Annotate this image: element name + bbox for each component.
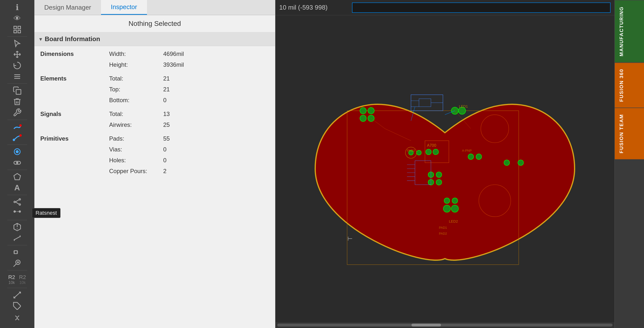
fusion-team-panel-btn[interactable]: FUSION TEAM xyxy=(615,108,644,159)
svg-line-19 xyxy=(15,200,19,202)
spacer-2 xyxy=(34,106,275,109)
ratsnest-icon xyxy=(13,209,22,217)
primitives-row-vias: Vias: 0 xyxy=(34,144,275,155)
svg-point-52 xyxy=(417,150,421,155)
svg-point-65 xyxy=(444,198,450,204)
view-tool[interactable]: 👁 xyxy=(5,14,30,24)
svg-point-10 xyxy=(20,135,21,136)
svg-point-14 xyxy=(16,161,18,164)
pcb-board[interactable]: A700 xyxy=(275,15,614,322)
select-icon xyxy=(13,39,22,48)
bottom-scrollbar[interactable] xyxy=(275,322,614,328)
main-area: 10 mil (-593 998) xyxy=(275,0,614,328)
r2-label-item: R2 10k xyxy=(6,273,17,286)
svg-point-12 xyxy=(16,150,19,153)
component-tool[interactable] xyxy=(5,247,30,257)
r2b-main: R2 xyxy=(19,274,26,280)
width-value: 4696mil xyxy=(163,51,184,57)
measure-tool[interactable] xyxy=(5,233,30,243)
delete-tool[interactable] xyxy=(5,97,30,107)
info-tool[interactable]: ℹ xyxy=(5,3,30,13)
manufacturing-panel-btn[interactable]: MANUFACTURING xyxy=(615,0,644,62)
signals-row-airwires: Airwires: 25 xyxy=(34,119,275,130)
route-icon-1 xyxy=(13,122,22,131)
pads-label: Pads: xyxy=(109,135,163,142)
grid-tool[interactable] xyxy=(5,24,30,35)
board-info-header[interactable]: ▾ Board Information xyxy=(34,32,275,46)
ratsnest-tool[interactable]: Ratsnest xyxy=(5,208,30,218)
route-tool-1[interactable] xyxy=(5,122,30,132)
elements-row-top: Top: 21 xyxy=(34,84,275,95)
board-info-table: Dimensions Width: 4696mil Height: 3936mi… xyxy=(34,46,275,179)
holes-label: Holes: xyxy=(109,157,163,164)
net-tool[interactable] xyxy=(5,197,30,207)
svg-point-16 xyxy=(14,201,15,203)
scrollbar-thumb[interactable] xyxy=(412,323,441,326)
svg-point-60 xyxy=(436,180,442,185)
svg-point-69 xyxy=(451,205,458,212)
expand-tool[interactable] xyxy=(5,290,30,300)
vias-value: 0 xyxy=(163,146,166,153)
inspector-tab[interactable]: Inspector xyxy=(101,0,147,15)
delete-icon xyxy=(13,97,22,106)
drc-tool[interactable] xyxy=(5,222,30,232)
elements-label: Elements xyxy=(40,75,109,82)
height-label: Height: xyxy=(109,61,163,68)
r2b-value: 10k xyxy=(20,280,26,285)
copy-tool[interactable] xyxy=(5,86,30,96)
elements-top-value: 21 xyxy=(163,86,170,93)
rotate-tool[interactable] xyxy=(5,61,30,71)
top-bar: 10 mil (-593 998) xyxy=(275,0,614,15)
divider-9 xyxy=(7,270,27,270)
primitives-row-pads: Primitives Pads: 55 xyxy=(34,133,275,144)
divider-10 xyxy=(7,288,27,288)
svg-marker-15 xyxy=(14,174,20,180)
svg-rect-0 xyxy=(14,26,16,29)
polygon-tool[interactable] xyxy=(5,172,30,182)
search-input[interactable] xyxy=(352,3,610,13)
coordinates-display: 10 mil (-593 998) xyxy=(279,4,348,11)
copy-icon xyxy=(13,86,22,95)
primitives-label: Primitives xyxy=(40,135,109,142)
divider-6 xyxy=(7,195,27,195)
via-tool[interactable] xyxy=(5,147,30,157)
text-add-tool[interactable]: A xyxy=(5,183,30,193)
pad-tool[interactable] xyxy=(5,158,30,168)
svg-point-9 xyxy=(13,139,14,141)
elements-bottom-label: Bottom: xyxy=(109,97,163,104)
dimensions-row-height: Height: 3936mil xyxy=(34,59,275,70)
add-pin-tool[interactable] xyxy=(5,258,30,268)
elements-total-value: 21 xyxy=(163,75,170,82)
svg-point-62 xyxy=(476,154,482,159)
svg-rect-24 xyxy=(14,251,17,254)
polygon-icon xyxy=(13,172,22,181)
spacer-3 xyxy=(34,130,275,133)
svg-point-18 xyxy=(19,204,20,205)
r2b-label-item: R2 10k xyxy=(17,273,28,286)
svg-point-63 xyxy=(504,160,510,166)
move-tool[interactable] xyxy=(5,50,30,60)
select-tool[interactable] xyxy=(5,39,30,49)
design-manager-tab[interactable]: Design Manager xyxy=(34,0,101,15)
divider-2 xyxy=(7,83,27,84)
label-tool[interactable] xyxy=(5,301,30,311)
svg-text:A-PNP: A-PNP xyxy=(462,149,472,152)
copper-pours-label: Copper Pours: xyxy=(109,168,163,175)
scrollbar-track[interactable] xyxy=(277,323,612,326)
component-icon xyxy=(13,248,22,257)
route-tool-2[interactable] xyxy=(5,133,30,143)
text-tool[interactable] xyxy=(5,71,30,82)
collapse-icon xyxy=(13,313,22,322)
width-label: Width: xyxy=(109,51,163,57)
canvas-area[interactable]: A700 xyxy=(275,15,614,322)
route-icon-2 xyxy=(13,133,22,142)
collapse-tool[interactable] xyxy=(5,313,30,323)
svg-point-61 xyxy=(468,154,474,159)
svg-text:PAD1: PAD1 xyxy=(439,226,447,230)
primitives-row-holes: Holes: 0 xyxy=(34,155,275,166)
via-icon xyxy=(13,147,22,156)
settings-tool[interactable] xyxy=(5,108,30,118)
fusion360-panel-btn[interactable]: FUSION 360 xyxy=(615,62,644,108)
divider-8 xyxy=(7,245,27,245)
rotate-icon xyxy=(13,61,22,70)
